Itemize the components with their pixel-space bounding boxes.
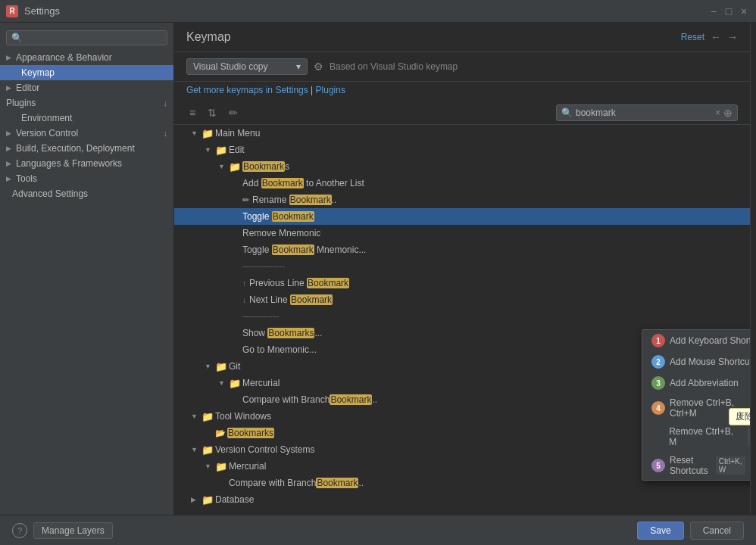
based-on-text: Based on Visual Studio keymap — [330, 61, 458, 72]
tree-item-label: Toggle Bookmark Mnemonic... — [242, 244, 747, 255]
minimize-button[interactable]: − — [708, 5, 720, 17]
expand-arrow-icon: ▶ — [6, 84, 11, 92]
reset-button[interactable]: Reset — [681, 32, 704, 42]
menu-item-label: Add Mouse Shortcut — [670, 357, 750, 367]
sidebar-item-environment[interactable]: Environment — [0, 111, 173, 126]
tree-item-label: Rename Bookmark.. — [252, 195, 747, 205]
dropdown-arrow-icon: ▾ — [296, 61, 301, 72]
title-bar: R Settings − □ × — [0, 0, 756, 23]
tree-item-add-bookmark[interactable]: Add Bookmark to Another List — [174, 175, 750, 192]
down-arrow-icon: ↓ — [242, 296, 246, 304]
folder-icon: 📁 — [201, 128, 214, 139]
sidebar-item-tools[interactable]: ▶ Tools — [0, 171, 173, 186]
header-actions: Reset ← → — [681, 31, 738, 43]
context-menu: 1 Add Keyboard Shortcut 添加键盘快捷键 2 Add Mo… — [642, 329, 750, 481]
tree-item-database[interactable]: ▶ 📁 Database — [174, 491, 750, 508]
tree-item-toggle-bookmark-mnemonic[interactable]: Toggle Bookmark Mnemonic... — [174, 241, 750, 258]
sidebar-item-label: Keymap — [21, 67, 55, 78]
tree-expand-icon: ▼ — [205, 363, 214, 370]
tree-item-label: Bookmarks — [242, 161, 747, 172]
tree-item-label: Edit — [229, 145, 747, 155]
folder-icon: 📁 — [201, 494, 214, 506]
cancel-button[interactable]: Cancel — [690, 522, 744, 540]
context-menu-item-remove-1[interactable]: 4 Remove Ctrl+B, Ctrl+M Ctrl+B, P 移除已经添加… — [642, 394, 750, 422]
search-icon: 🔍 — [561, 107, 573, 118]
sidebar-item-version-control[interactable]: ▶ Version Control ↓ — [0, 126, 173, 141]
search-box: 🔍 × ⊕ — [556, 104, 738, 121]
forward-button[interactable]: → — [727, 31, 738, 43]
sidebar-item-languages[interactable]: ▶ Languages & Frameworks — [0, 156, 173, 171]
context-menu-item-add-abbrev[interactable]: 3 Add Abbreviation 废除 — [642, 372, 750, 394]
save-button[interactable]: Save — [637, 522, 683, 540]
search-input[interactable] — [576, 107, 712, 118]
bottom-bar: ? Manage Layers Save Cancel — [0, 515, 756, 545]
folder-icon: 📁 — [215, 361, 227, 372]
tree-item-rename-bookmark[interactable]: ✏ Rename Bookmark.. — [174, 192, 750, 208]
menu-item-label: Remove Ctrl+B, Ctrl+M — [670, 397, 745, 419]
plugins-link[interactable]: Plugins — [316, 85, 345, 95]
tree-expand-icon: ▼ — [218, 163, 227, 170]
sidebar-item-label: Editor — [16, 83, 39, 93]
expand-arrow-icon: ▶ — [6, 145, 11, 152]
vc-badge: ↓ — [164, 129, 168, 138]
main-layout: ▶ Appearance & Behavior Keymap ▶ Editor … — [0, 23, 756, 515]
tree-item-label: Next Line Bookmark — [249, 294, 747, 305]
expand-all-button[interactable]: ⇅ — [205, 105, 220, 120]
get-more-keymaps-link[interactable]: Get more keymaps in Settings — [186, 85, 308, 95]
context-menu-item-remove-2[interactable]: Remove Ctrl+B, M Ctrl+B, N — [642, 422, 750, 451]
edit-button[interactable]: ✏ — [226, 105, 241, 120]
up-arrow-icon: ↑ — [242, 279, 246, 288]
tree-item-main-menu[interactable]: ▼ 📁 Main Menu — [174, 125, 750, 142]
sidebar-item-build[interactable]: ▶ Build, Execution, Deployment — [0, 141, 173, 156]
keymap-links: Get more keymaps in Settings | Plugins — [174, 82, 750, 101]
shortcut-2: Ctrl+B, N — [748, 428, 750, 446]
gear-icon[interactable]: ⚙ — [314, 61, 323, 73]
sidebar-search-input[interactable] — [6, 30, 167, 45]
search-clear-button[interactable]: × — [715, 107, 720, 118]
menu-item-label: Reset Shortcuts — [670, 455, 708, 476]
bottom-left: ? Manage Layers — [12, 522, 113, 539]
tree-item-label: Previous Line Bookmark — [249, 278, 747, 288]
expand-arrow-icon: ▶ — [6, 129, 11, 137]
maximize-button[interactable]: □ — [723, 5, 735, 17]
tree-item-label: Main Menu — [215, 128, 747, 139]
tree-expand-icon: ▼ — [205, 462, 214, 470]
expand-arrow-icon: ▶ — [6, 175, 11, 182]
content-header: Keymap Reset ← → — [174, 23, 750, 52]
collapse-all-button[interactable]: ≡ — [186, 105, 198, 120]
manage-layers-button[interactable]: Manage Layers — [33, 522, 113, 539]
menu-item-label: Add Keyboard Shortcut — [670, 335, 750, 346]
tree-area: ▼ 📁 Main Menu ▼ 📁 Edit ▼ 📁 Bookmarks — [174, 125, 750, 515]
help-button[interactable]: ? — [12, 523, 27, 538]
sidebar-item-keymap[interactable]: Keymap — [0, 65, 173, 80]
sidebar-item-label: Appearance & Behavior — [16, 52, 112, 63]
keymap-dropdown[interactable]: Visual Studio copy ▾ — [186, 58, 308, 75]
context-menu-item-reset[interactable]: 5 Reset Shortcuts Ctrl+K, W Ctrl+K, Ctrl… — [642, 451, 750, 480]
context-menu-item-add-mouse[interactable]: 2 Add Mouse Shortcut 添加鼠标快捷键 — [642, 351, 750, 372]
close-button[interactable]: × — [738, 5, 750, 17]
folder-icon: 📁 — [201, 444, 214, 456]
tree-item-label: Database — [215, 494, 747, 505]
search-expand-icon[interactable]: ⊕ — [723, 107, 733, 119]
back-button[interactable]: ← — [711, 31, 721, 43]
context-menu-item-add-keyboard[interactable]: 1 Add Keyboard Shortcut 添加键盘快捷键 — [642, 330, 750, 351]
tree-item-next-line-bookmark[interactable]: ↓ Next Line Bookmark — [174, 291, 750, 308]
sidebar-item-advanced[interactable]: Advanced Settings — [0, 186, 173, 201]
tree-item-bookmarks[interactable]: ▼ 📁 Bookmarks — [174, 158, 750, 175]
sidebar-item-editor[interactable]: ▶ Editor — [0, 80, 173, 95]
content-area: Keymap Reset ← → Visual Studio copy ▾ ⚙ … — [174, 23, 750, 515]
tree-item-remove-mnemonic[interactable]: Remove Mnemonic — [174, 225, 750, 241]
sidebar-search-row — [0, 26, 173, 50]
folder-icon: 📁 — [201, 411, 214, 422]
tree-item-label: Bookmarks — [227, 428, 274, 438]
tree-item-toggle-bookmark[interactable]: Toggle Bookmark — [174, 208, 750, 225]
folder-icon: 📁 — [229, 161, 241, 173]
menu-item-label: Add Abbreviation — [670, 378, 739, 388]
tree-expand-icon: ▼ — [191, 446, 200, 453]
tree-item-edit[interactable]: ▼ 📁 Edit — [174, 142, 750, 158]
pencil-icon: ✏ — [242, 195, 249, 205]
sidebar-item-plugins[interactable]: Plugins ↓ — [0, 95, 173, 111]
sidebar: ▶ Appearance & Behavior Keymap ▶ Editor … — [0, 23, 174, 515]
tree-item-prev-line-bookmark[interactable]: ↑ Previous Line Bookmark — [174, 275, 750, 291]
sidebar-item-appearance[interactable]: ▶ Appearance & Behavior — [0, 50, 173, 65]
